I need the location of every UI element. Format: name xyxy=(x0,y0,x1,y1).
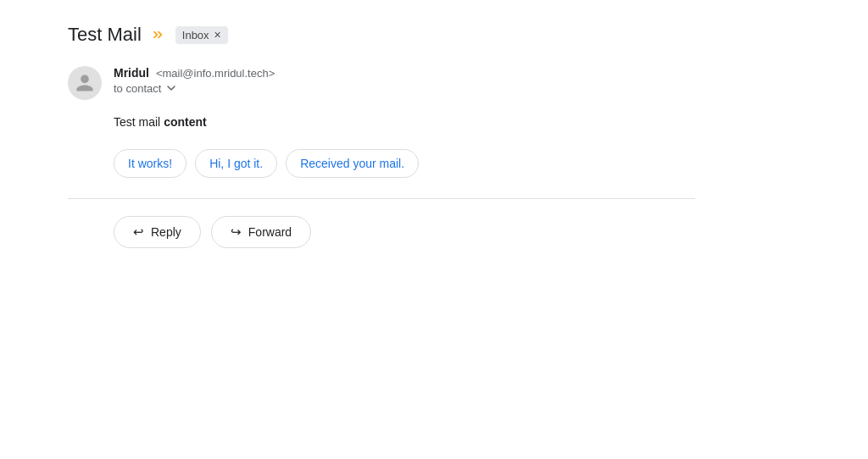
reply-label: Reply xyxy=(151,225,181,239)
smart-reply-3[interactable]: Received your mail. xyxy=(286,149,419,178)
forward-icon: ↪ xyxy=(231,224,242,240)
reply-button[interactable]: ↩ Reply xyxy=(114,216,201,248)
body-text-plain: Test mail xyxy=(114,115,164,129)
reply-icon: ↩ xyxy=(133,224,144,240)
divider xyxy=(68,198,695,199)
smart-reply-1[interactable]: It works! xyxy=(114,149,186,178)
inbox-badge-close-button[interactable]: × xyxy=(214,29,221,41)
smart-reply-2[interactable]: Hi, I got it. xyxy=(195,149,277,178)
sender-info: Mridul <mail@info.mridul.tech> to contac… xyxy=(114,66,275,95)
forward-label: Forward xyxy=(248,225,292,239)
mail-body: Test mail content xyxy=(114,115,695,129)
inbox-badge: Inbox × xyxy=(175,26,228,44)
body-text-bold: content xyxy=(164,115,207,129)
subject-title: Test Mail xyxy=(68,24,142,46)
inbox-badge-label: Inbox xyxy=(182,29,209,41)
subject-row: Test Mail Inbox × xyxy=(68,24,695,46)
forward-double-arrow-icon xyxy=(150,26,167,43)
to-contact-row[interactable]: to contact xyxy=(114,81,275,95)
email-container: Test Mail Inbox × Mridul <mail@info.mrid… xyxy=(0,0,763,272)
action-buttons: ↩ Reply ↪ Forward xyxy=(114,216,695,248)
sender-email: <mail@info.mridul.tech> xyxy=(156,67,275,80)
chevron-down-icon xyxy=(164,81,178,95)
sender-name: Mridul <mail@info.mridul.tech> xyxy=(114,66,275,80)
avatar xyxy=(68,66,102,100)
smart-replies: It works! Hi, I got it. Received your ma… xyxy=(114,149,695,178)
forward-button[interactable]: ↪ Forward xyxy=(211,216,311,248)
to-contact-label: to contact xyxy=(114,82,161,95)
sender-row: Mridul <mail@info.mridul.tech> to contac… xyxy=(68,66,695,100)
